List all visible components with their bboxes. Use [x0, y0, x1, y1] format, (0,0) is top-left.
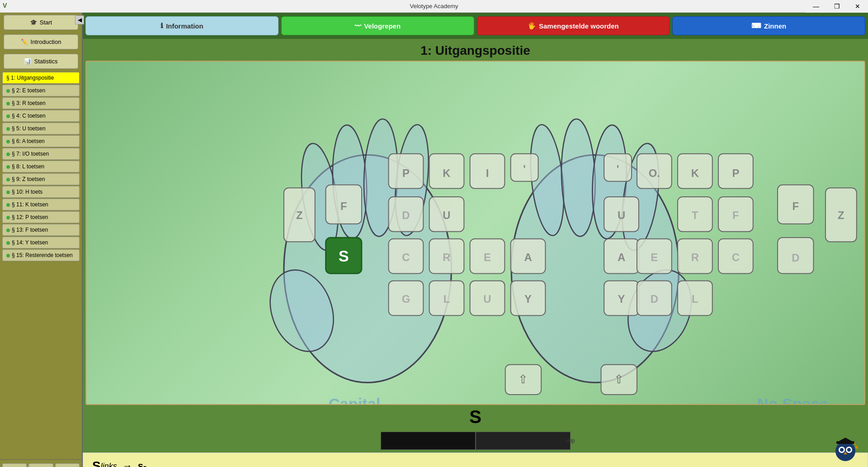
input-left	[381, 432, 476, 450]
svg-text:A: A	[524, 251, 532, 263]
instruction-arrow: →	[123, 460, 132, 467]
instruction-key: S	[92, 459, 101, 467]
sidebar-toggle-button[interactable]: ◀	[75, 15, 84, 24]
app-logo: V	[3, 2, 7, 9]
window-title: Velotype Academy	[410, 3, 458, 10]
keyboard-svg: P K I ' Z F S D U	[86, 62, 864, 404]
svg-text:R: R	[691, 251, 699, 263]
svg-text:U: U	[443, 209, 450, 221]
input-right	[476, 432, 571, 450]
section-item-11[interactable]: § 11: K toetsen	[2, 199, 80, 210]
svg-text:⇧: ⇧	[518, 372, 528, 386]
tab-information[interactable]: ℹ Information	[85, 16, 278, 35]
start-icon: 🎓	[30, 19, 37, 26]
instruction-hand: links	[101, 462, 117, 467]
svg-point-90	[847, 448, 851, 452]
start-button[interactable]: 🎓 Start	[4, 15, 78, 30]
section-item-15[interactable]: § 15: Resterende toetsen	[2, 249, 80, 261]
svg-text:U: U	[483, 293, 491, 305]
section-item-3[interactable]: § 3: R toetsen	[2, 97, 80, 109]
section-item-13[interactable]: § 13: F toetsen	[2, 224, 80, 236]
svg-text:K: K	[691, 167, 699, 179]
svg-text:D: D	[651, 293, 658, 305]
instruction-result: s-	[138, 460, 147, 467]
svg-text:C: C	[732, 251, 740, 263]
svg-text:P: P	[402, 167, 410, 179]
info-icon: ℹ	[160, 22, 163, 30]
svg-text:Capital: Capital	[329, 396, 381, 404]
input-bar: skip	[83, 429, 868, 453]
svg-text:A: A	[618, 251, 625, 263]
svg-text:L: L	[692, 293, 698, 305]
sidebar: 🎓 Start ✏️ Introduction 📊 Statistics § 1…	[0, 13, 83, 467]
keyboard-area: P K I ' Z F S D U	[85, 61, 865, 405]
main-content: ℹ Information 〰 Velogrepen 🖐 Samengestel…	[83, 13, 868, 467]
page-title: 1: Uitgangspositie	[83, 39, 868, 61]
svg-point-95	[855, 446, 858, 449]
svg-text:I: I	[486, 167, 489, 179]
svg-text:R: R	[443, 251, 450, 263]
reload-button[interactable]: Reload	[2, 463, 27, 467]
svg-text:E: E	[484, 251, 491, 263]
section-item-12[interactable]: § 12: P toetsen	[2, 211, 80, 223]
section-item-1[interactable]: § 1: Uitgangspositie	[2, 72, 80, 84]
section-item-7[interactable]: § 7: I/O toetsen	[2, 148, 80, 160]
svg-text:F: F	[792, 200, 799, 212]
sidebar-footer: Reload Animate Next	[0, 459, 82, 467]
char-display: S	[83, 405, 868, 429]
section-list: § 1: Uitgangspositie§ 2: E toetsen§ 3: R…	[0, 71, 82, 459]
svg-marker-93	[836, 438, 854, 443]
section-item-14[interactable]: § 14: Y toetsen	[2, 237, 80, 248]
velo-icon: 〰	[354, 22, 361, 30]
svg-text:C: C	[402, 251, 410, 263]
samen-icon: 🖐	[528, 22, 536, 30]
tab-bar: ℹ Information 〰 Velogrepen 🖐 Samengestel…	[83, 13, 868, 39]
svg-text:P: P	[732, 167, 739, 179]
maximize-button[interactable]: ❐	[826, 0, 847, 13]
zinnen-icon: ⌨	[751, 22, 761, 30]
svg-text:O.: O.	[649, 167, 660, 179]
section-item-2[interactable]: § 2: E toetsen	[2, 85, 80, 96]
svg-text:⇧: ⇧	[614, 372, 624, 386]
section-item-8[interactable]: § 8: L toetsen	[2, 161, 80, 172]
svg-text:L: L	[443, 293, 450, 305]
svg-text:D: D	[792, 252, 799, 264]
section-item-10[interactable]: § 10: H toets	[2, 186, 80, 198]
instruction-bar: Slinks → s-	[83, 453, 868, 467]
stats-icon: 📊	[24, 58, 31, 65]
svg-text:E: E	[651, 251, 658, 263]
svg-text:T: T	[692, 209, 698, 221]
svg-text:U: U	[618, 209, 625, 221]
svg-text:K: K	[443, 167, 450, 179]
section-item-6[interactable]: § 6: A toetsen	[2, 135, 80, 147]
tab-samengestelde[interactable]: 🖐 Samengestelde woorden	[477, 16, 670, 35]
svg-text:G: G	[402, 293, 410, 305]
svg-point-86	[835, 441, 855, 461]
svg-text:No Space: No Space	[757, 396, 828, 404]
svg-text:F: F	[340, 200, 347, 212]
svg-text:F: F	[732, 209, 739, 221]
next-button[interactable]: Next	[55, 463, 80, 467]
section-item-5[interactable]: § 5: U toetsen	[2, 123, 80, 134]
svg-text:D: D	[402, 209, 410, 221]
svg-line-94	[854, 443, 857, 447]
svg-text:': '	[617, 163, 619, 175]
svg-text:Y: Y	[524, 293, 532, 305]
svg-text:S: S	[339, 248, 349, 265]
tab-zinnen[interactable]: ⌨ Zinnen	[672, 16, 865, 35]
section-item-4[interactable]: § 4: C toetsen	[2, 110, 80, 122]
svg-text:Z: Z	[296, 209, 303, 221]
skip-button[interactable]: skip	[565, 438, 575, 444]
minimize-button[interactable]: —	[806, 0, 826, 13]
intro-icon: ✏️	[21, 38, 28, 45]
tab-velogrepen[interactable]: 〰 Velogrepen	[281, 16, 474, 35]
svg-point-89	[840, 448, 844, 452]
svg-text:': '	[523, 163, 526, 175]
svg-text:Z: Z	[838, 209, 844, 221]
svg-text:Y: Y	[618, 293, 625, 305]
close-button[interactable]: ✕	[847, 0, 868, 13]
statistics-button[interactable]: 📊 Statistics	[4, 54, 78, 69]
animate-button[interactable]: Animate	[28, 463, 53, 467]
introduction-button[interactable]: ✏️ Introduction	[4, 34, 78, 49]
section-item-9[interactable]: § 9: Z toetsen	[2, 173, 80, 185]
